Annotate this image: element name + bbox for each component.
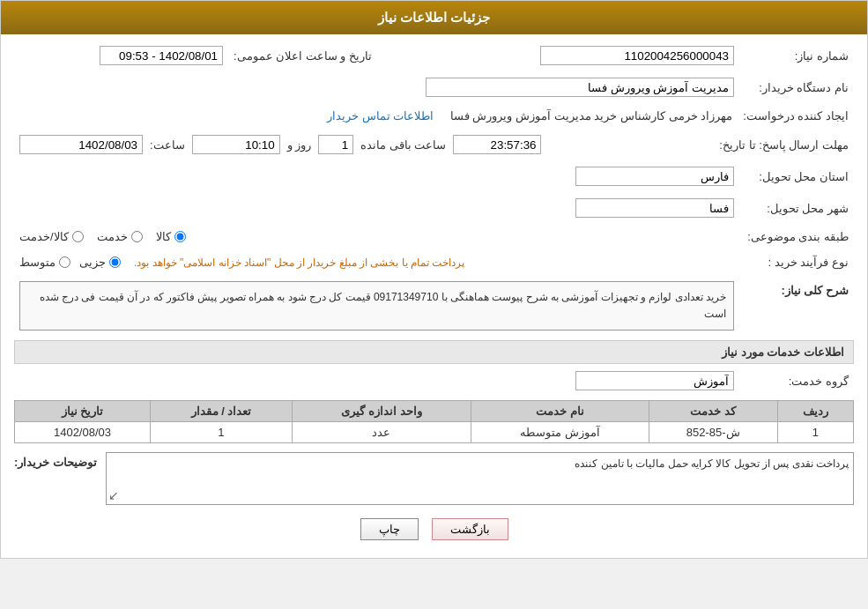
buyer-notes-text: پرداخت نقدی پس از تحویل کالا کرایه حمل م… (575, 457, 849, 470)
page-title: جزئیات اطلاعات نیاز (378, 10, 490, 25)
description-box: خرید تعدادی لوازم و تجهیزات آموزشی به شر… (19, 281, 734, 330)
category-khadamat[interactable]: خدمت (97, 230, 143, 243)
process-motavasset[interactable]: متوسط (19, 256, 70, 269)
page-header: جزئیات اطلاعات نیاز (1, 1, 867, 34)
cell-row-num: 1 (777, 422, 853, 443)
col-row-num: ردیف (777, 401, 853, 422)
cell-unit: عدد (292, 422, 471, 443)
province-input[interactable] (575, 167, 734, 186)
creator-label: ایجاد کننده درخواست: (738, 107, 854, 125)
process-note: پرداخت تمام یا بخشی از مبلغ خریدار از مح… (134, 256, 464, 269)
deadline-date-input[interactable] (19, 135, 143, 154)
col-service-name: نام خدمت (471, 401, 649, 422)
service-group-label: گروه خدمت: (739, 368, 854, 393)
col-unit: واحد اندازه گیری (292, 401, 471, 422)
deadline-days-input[interactable] (318, 135, 353, 154)
process-jazee[interactable]: جزیی (79, 256, 121, 269)
need-number-label: شماره نیاز: (739, 43, 854, 68)
deadline-time-input[interactable] (192, 135, 280, 154)
print-button[interactable]: چاپ (360, 518, 419, 540)
services-section-title: اطلاعات خدمات مورد نیاز (14, 340, 854, 364)
buyer-notes-label: توضیحات خریدار: (14, 452, 97, 469)
table-row: 1 ش-85-852 آموزش متوسطه عدد 1 1402/08/03 (15, 422, 854, 443)
city-label: شهر محل تحویل: (739, 196, 854, 220)
contact-link[interactable]: اطلاعات تماس خریدار (327, 109, 434, 123)
deadline-days-label: روز و (287, 138, 312, 152)
need-number-input[interactable] (540, 46, 734, 65)
col-service-code: کد خدمت (649, 401, 777, 422)
province-label: استان محل تحویل: (739, 164, 854, 189)
category-kala-label: کالا (156, 230, 171, 243)
col-quantity: تعداد / مقدار (150, 401, 292, 422)
process-label: نوع فرآیند خرید : (739, 253, 854, 271)
city-input[interactable] (575, 198, 734, 218)
org-name-label: نام دستگاه خریدار: (739, 75, 854, 100)
deadline-remaining-input[interactable] (453, 135, 541, 154)
cell-service-name: آموزش متوسطه (471, 422, 649, 443)
deadline-time-label: ساعت: (150, 138, 185, 152)
cell-service-code: ش-85-852 (649, 422, 777, 443)
cell-date: 1402/08/03 (15, 422, 151, 443)
category-kala-khadamat[interactable]: کالا/خدمت (19, 230, 84, 243)
description-label: شرح کلی نیاز: (739, 279, 854, 333)
service-group-input[interactable] (575, 371, 734, 390)
deadline-label: مهلت ارسال پاسخ: تا تاریخ: (714, 132, 854, 157)
col-date: تاریخ نیاز (15, 401, 151, 422)
category-kala[interactable]: کالا (156, 230, 186, 243)
announce-date-input[interactable] (100, 46, 223, 65)
buyer-notes-box: پرداخت نقدی پس از تحویل کالا کرایه حمل م… (106, 452, 854, 505)
deadline-remaining-label: ساعت باقی مانده (360, 138, 446, 152)
announce-date-label: تاریخ و ساعت اعلان عمومی: (228, 43, 377, 68)
category-kala-khadamat-label: کالا/خدمت (19, 230, 69, 243)
cell-quantity: 1 (150, 422, 292, 443)
category-label: طبقه بندی موضوعی: (739, 227, 854, 246)
description-text: خرید تعدادی لوازم و تجهیزات آموزشی به شر… (40, 291, 726, 320)
process-motavasset-label: متوسط (19, 256, 56, 269)
creator-value: مهرزاد خرمی کارشناس خرید مدیریت آموزش وی… (450, 109, 732, 123)
org-name-input[interactable] (426, 78, 734, 97)
category-khadamat-label: خدمت (97, 230, 128, 243)
back-button[interactable]: بازگشت (432, 518, 508, 540)
process-jazee-label: جزیی (79, 256, 106, 269)
